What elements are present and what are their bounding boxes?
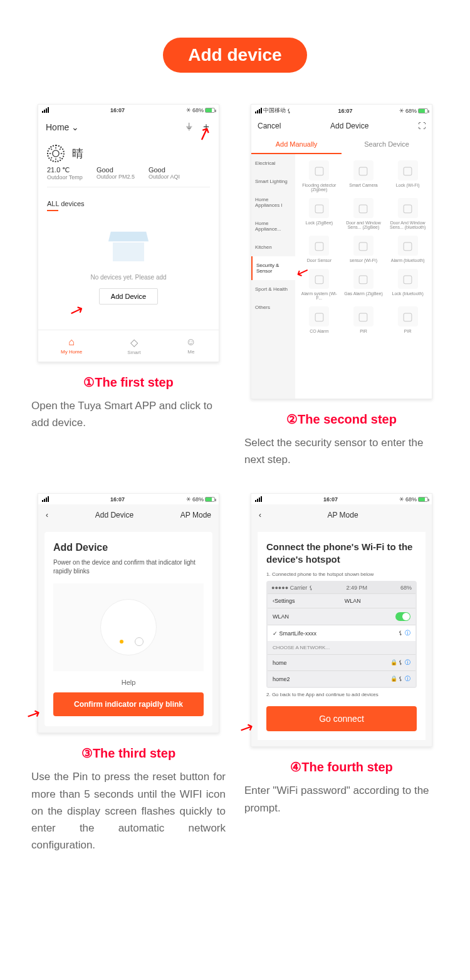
mic-icon[interactable]: ⏚ [186, 120, 192, 133]
user-icon: ☺ [186, 336, 196, 348]
device-icon: ▢ [309, 160, 329, 180]
svg-line-5 [51, 149, 52, 150]
step4-desc: Enter "WiFi password" according to the p… [244, 782, 439, 816]
home-dropdown[interactable]: Home ⌄ [46, 122, 79, 132]
cat-home-appliances-1[interactable]: Home Appliances I [251, 190, 295, 214]
battery-icon [418, 497, 428, 502]
cat-kitchen[interactable]: Kitchen [251, 238, 295, 256]
status-bar: 16:07 ⚹68% [38, 105, 219, 115]
device-item[interactable]: ▢Alarm (bluetooth) [386, 233, 429, 265]
confirm-button[interactable]: Confirm indicator rapidly blink [53, 692, 204, 716]
svg-line-8 [51, 157, 52, 159]
device-item[interactable]: ▢Lock (bluetooth) [386, 266, 429, 303]
device-item[interactable]: ▢PIR [342, 304, 385, 336]
card-heading: Connect the phone's Wi-Fi to the device'… [266, 541, 417, 565]
device-item[interactable]: ▢Lock (Wi-Fi) [386, 158, 429, 194]
battery-icon [418, 108, 428, 113]
signal-icon [255, 108, 262, 113]
bluetooth-icon: ⚹ [399, 107, 404, 114]
tab-me[interactable]: ☺Me [186, 336, 196, 355]
screen-title: Add Device [95, 511, 133, 519]
help-link[interactable]: Help [53, 679, 204, 686]
tab-search-device[interactable]: Search Device [342, 135, 432, 154]
page-title: Add device [163, 38, 306, 73]
tab-smart[interactable]: ◇Smart [127, 336, 140, 355]
status-bar: 16:07 ⚹68% [38, 494, 219, 504]
device-icon: ▢ [353, 236, 373, 256]
device-icon: ▢ [398, 198, 418, 218]
device-grid: ▢Flooding detector (Zigbee)▢Smart Camera… [295, 154, 432, 399]
cat-electrical[interactable]: Electrical [251, 154, 295, 172]
screen-title: AP Mode [327, 511, 358, 519]
device-item[interactable]: ▢sensor (Wi-Fi) [342, 233, 385, 265]
device-icon: ▢ [398, 306, 418, 326]
step1-desc: Open the Tuya Smart APP and click to add… [31, 397, 226, 431]
device-icon: ▢ [353, 269, 373, 289]
smart-icon: ◇ [127, 336, 140, 348]
step2-title: ②The second step [244, 412, 439, 427]
device-item[interactable]: ▢Door and Window Sens... (ZigBee) [342, 195, 385, 232]
step3-title: ③The third step [31, 746, 226, 761]
device-item[interactable]: ▢Door Sensor [298, 233, 341, 265]
tab-my-home[interactable]: ⌂My Home [61, 336, 82, 355]
device-item[interactable]: ▢PIR [386, 304, 429, 336]
status-time: 16:07 [110, 107, 125, 113]
signal-icon [255, 496, 262, 502]
screenshot-step1: 16:07 ⚹68% Home ⌄ ⏚ ＋ ↗ 晴 21.0 ℃Outdoor … [38, 104, 219, 362]
device-icon: ▢ [309, 269, 329, 289]
battery-icon [205, 108, 215, 113]
svg-point-0 [53, 150, 59, 157]
category-sidebar: Electrical Smart Lighting Home Appliance… [251, 154, 295, 399]
tab-add-manually[interactable]: Add Manually [251, 135, 342, 154]
go-connect-button[interactable]: Go connect [266, 706, 417, 731]
cat-security-sensor[interactable]: Security & Sensor [251, 256, 295, 280]
device-item[interactable]: ▢Lock (ZigBee) [298, 195, 341, 232]
card-text: Power on the device and confirm that ind… [53, 558, 204, 576]
device-icon: ▢ [309, 198, 329, 218]
device-item[interactable]: ▢Door And Window Sens... (bluetooth) [386, 195, 429, 232]
device-icon: ▢ [353, 306, 373, 326]
cat-home-appliance[interactable]: Home Appliance... [251, 214, 295, 238]
screenshot-step2: 中国移动⚸ 16:07 ⚹68% Cancel Add Device ⛶ Add… [251, 104, 432, 399]
wlan-label: WLAN [273, 613, 289, 620]
all-devices-label: ALL devices [38, 194, 219, 211]
cancel-button[interactable]: Cancel [258, 122, 281, 130]
status-bar: 中国移动⚸ 16:07 ⚹68% [251, 105, 432, 117]
add-device-button[interactable]: Add Device [99, 288, 158, 305]
back-icon[interactable]: ‹ [259, 511, 261, 519]
device-item[interactable]: ▢Smart Camera [342, 158, 385, 194]
device-item[interactable]: ▢CO Alarm [298, 304, 341, 336]
screenshot-step3: 16:07 ⚹68% ‹ Add Device AP Mode Add Devi… [38, 493, 219, 733]
device-item[interactable]: ▢Gas Alarm (ZigBee) [342, 266, 385, 303]
wlan-settings-preview: ●●●●● Carrier ⚸2:49 PM68% ‹SettingsWLAN … [266, 581, 417, 688]
step4-title: ④The fourth step [244, 759, 439, 774]
screen-title: Add Device [330, 122, 368, 130]
arrow-annotation: ↗ [23, 702, 44, 726]
device-illustration [53, 583, 204, 671]
step2-desc: Select the security sensor to enter the … [244, 434, 439, 468]
settings-back[interactable]: ‹Settings [273, 598, 295, 604]
power-icon [135, 637, 144, 646]
network-home[interactable]: home [273, 660, 287, 666]
arrow-annotation: ↗ [236, 716, 257, 739]
scan-icon[interactable]: ⛶ [418, 122, 426, 130]
cat-smart-lighting[interactable]: Smart Lighting [251, 172, 295, 190]
device-item[interactable]: ▢Flooding detector (Zigbee) [298, 158, 341, 194]
status-bar: 16:07 ⚹68% [251, 494, 432, 504]
network-home2[interactable]: home2 [273, 676, 290, 682]
svg-line-6 [60, 157, 61, 159]
step3-desc: Use the Pin to press the reset button fo… [31, 768, 226, 853]
battery-pct: 68% [192, 107, 204, 113]
choose-network-label: CHOOSE A NETWORK... [268, 641, 415, 654]
battery-pct: 68% [405, 108, 417, 114]
cat-sport-health[interactable]: Sport & Health [251, 280, 295, 298]
ap-mode-label[interactable]: AP Mode [180, 511, 211, 519]
status-time: 16:07 [110, 496, 125, 503]
cat-others[interactable]: Others [251, 298, 295, 316]
back-icon[interactable]: ‹ [46, 511, 48, 519]
bluetooth-icon: ⚹ [186, 107, 191, 113]
home-icon: ⌂ [61, 336, 82, 348]
weather-text: 晴 [72, 146, 83, 161]
wlan-toggle[interactable] [395, 612, 410, 621]
connected-network[interactable]: ✓ SmartLife-xxxx [273, 630, 316, 637]
